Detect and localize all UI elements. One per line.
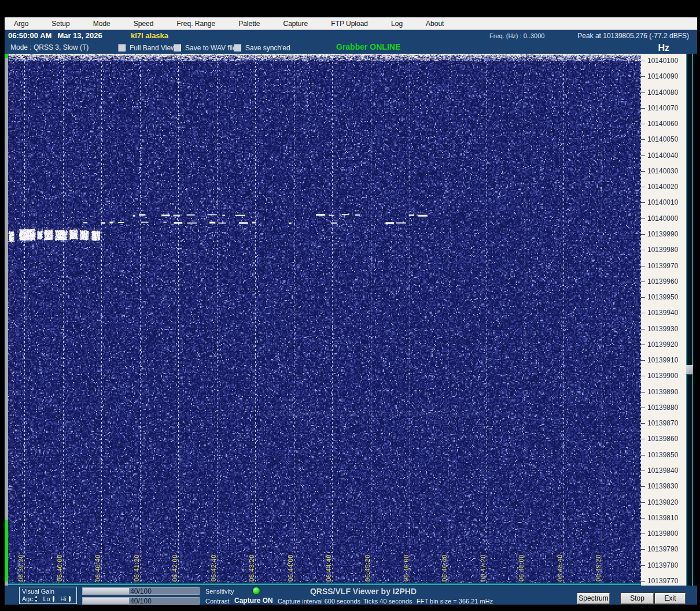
freq-axis-label: 10139790 — [647, 545, 678, 553]
freq-tick — [641, 392, 645, 392]
freq-tick — [641, 282, 645, 282]
visual-gain-title: Visual Gain — [22, 588, 74, 595]
freq-tick — [641, 518, 645, 519]
sensitivity-slider[interactable]: 40/100 — [82, 587, 200, 595]
capture-state-label: Capture ON — [234, 597, 273, 605]
contrast-label: Contrast — [205, 598, 230, 605]
freq-scrollbar-track[interactable] — [686, 54, 693, 586]
freq-axis-label: 10140010 — [647, 198, 678, 206]
full-band-view-checkbox[interactable] — [118, 44, 126, 51]
spectrogram-area: 06:39:2006:40:0006:40:4006:41:2006:42:00… — [5, 54, 697, 586]
save-synched-checkbox[interactable] — [234, 44, 241, 51]
freq-axis-label: 10139840 — [647, 466, 678, 475]
contrast-slider-fill — [83, 598, 129, 604]
peak-readout: Peak at 10139805.276 (-77.2 dBFS) — [577, 32, 689, 40]
stop-button[interactable]: Stop — [621, 593, 654, 604]
mode-label: Mode : QRSS 3, Slow (T) — [10, 43, 89, 51]
status-bar: 06:50:00 AMMar 13, 2026 kl7l alaska Freq… — [5, 30, 697, 42]
freq-tick — [641, 266, 645, 266]
sensitivity-value: 40/100 — [130, 587, 152, 595]
menu-item-mode[interactable]: Mode — [87, 18, 116, 29]
app-title: QRSS/VLF Viewer by I2PHD — [294, 587, 433, 596]
callsign-label: kl7l alaska — [131, 31, 168, 40]
save-wav-checkbox[interactable] — [174, 44, 181, 51]
menu-item-ftp-upload[interactable]: FTP Upload — [325, 18, 374, 29]
freq-axis-label: 10139880 — [647, 403, 678, 412]
freq-axis-label: 10139850 — [647, 451, 678, 459]
menu-item-palette[interactable]: Palette — [233, 18, 266, 29]
freq-tick — [641, 61, 645, 61]
freq-tick — [641, 439, 645, 439]
freq-axis-label: 10140040 — [647, 151, 678, 160]
freq-tick — [641, 219, 645, 219]
mode-bar: Mode : QRSS 3, Slow (T) Full Band View S… — [5, 42, 697, 54]
freq-tick — [641, 502, 645, 503]
save-synched-label: Save synch'ed — [245, 44, 290, 52]
freq-axis-label: 10140020 — [647, 183, 678, 191]
freq-axis-label: 10140030 — [647, 167, 678, 175]
contrast-value: 40/100 — [130, 597, 152, 605]
menu-item-log[interactable]: Log — [385, 18, 408, 29]
freq-tick — [641, 124, 645, 124]
freq-axis-label: 10140060 — [647, 120, 678, 128]
freq-tick — [641, 313, 645, 313]
freq-axis-label: 10140050 — [647, 135, 678, 143]
freq-tick — [641, 234, 645, 235]
freq-range-readout: Freq. (Hz) : 0..3000 — [489, 32, 544, 39]
capture-interval-info: Capture interval 600 seconds — [278, 598, 360, 605]
freq-tick — [641, 139, 645, 140]
lo-radio[interactable] — [53, 596, 54, 602]
sensitivity-label: Sensitivity — [205, 588, 234, 595]
freq-axis-label: 10139910 — [647, 356, 678, 364]
argo-app-window: Argo Setup Mode Speed Freq. Range Palett… — [5, 17, 697, 605]
exit-button[interactable]: Exit — [655, 593, 686, 604]
freq-axis-label: 10140100 — [647, 57, 678, 65]
freq-axis-label: 10139800 — [647, 529, 678, 538]
menu-bar: Argo Setup Mode Speed Freq. Range Palett… — [5, 17, 697, 30]
freq-axis-label: 10139820 — [647, 498, 678, 506]
sensitivity-slider-fill — [83, 588, 129, 594]
freq-tick — [641, 581, 645, 582]
freq-tick — [641, 471, 645, 471]
freq-tick — [641, 171, 645, 172]
capture-led-indicator — [252, 587, 260, 595]
freq-tick — [641, 376, 645, 376]
freq-axis-label: 10139930 — [647, 325, 678, 333]
contrast-slider[interactable]: 40/100 — [82, 597, 200, 605]
waterfall-canvas[interactable] — [8, 54, 641, 586]
save-wav-label: Save to WAV file — [185, 44, 237, 52]
full-band-view-label: Full Band View — [130, 44, 176, 52]
spectrum-button[interactable]: Spectrum — [577, 593, 610, 604]
fft-bin-info: FFT bin size = 366.21 mHz — [417, 598, 493, 605]
menu-item-setup[interactable]: Setup — [46, 18, 75, 29]
freq-axis-label: 10139780 — [647, 561, 678, 569]
freq-tick — [641, 187, 645, 187]
hi-radio[interactable] — [69, 596, 71, 602]
freq-tick — [641, 92, 645, 93]
freq-tick — [641, 108, 645, 109]
agc-radio[interactable] — [35, 596, 37, 602]
clock-time: 06:50:00 AMMar 13, 2026 — [8, 31, 102, 40]
freq-axis-label: 10139970 — [647, 262, 678, 270]
hi-label: Hi — [60, 595, 66, 602]
visual-gain-group: Visual Gain Agc Lo Hi — [19, 587, 77, 604]
freq-tick — [641, 455, 645, 456]
freq-axis-label: 10140070 — [647, 104, 678, 112]
freq-tick — [641, 250, 645, 250]
freq-axis-label: 10139990 — [647, 230, 678, 238]
bottom-control-bar: Visual Gain Agc Lo Hi 40/100 40/100 Sens… — [5, 586, 697, 605]
clock-date: Mar 13, 2026 — [57, 31, 102, 40]
menu-item-capture[interactable]: Capture — [278, 18, 314, 29]
freq-scrollbar-thumb[interactable] — [686, 365, 694, 375]
freq-axis-label: 10139830 — [647, 482, 678, 490]
freq-tick — [641, 534, 645, 534]
freq-tick — [641, 549, 645, 550]
freq-axis-label: 10140000 — [647, 214, 678, 223]
freq-tick — [641, 329, 645, 329]
freq-tick — [641, 76, 645, 77]
menu-item-freq-range[interactable]: Freq. Range — [171, 18, 221, 29]
menu-item-about[interactable]: About — [420, 18, 450, 29]
menu-item-argo[interactable]: Argo — [8, 18, 34, 29]
menu-item-speed[interactable]: Speed — [128, 18, 160, 29]
frequency-axis: 1014010010140090101400801014007010140060… — [641, 54, 686, 586]
